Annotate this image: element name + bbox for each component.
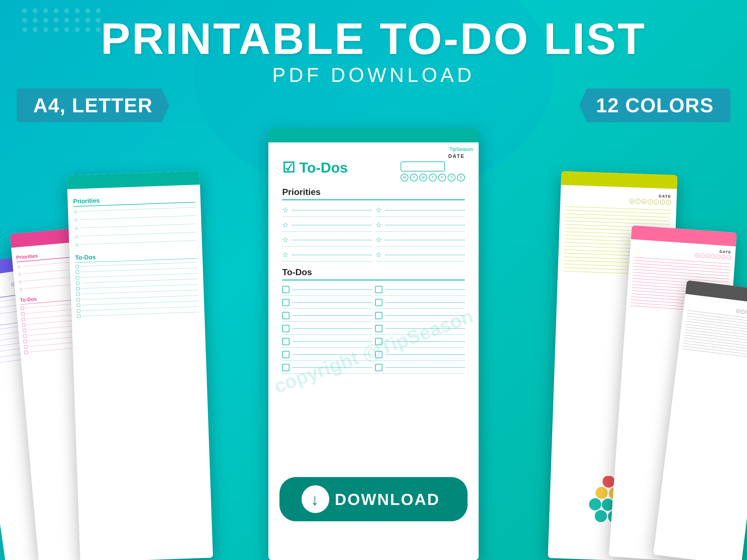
todo-13: [282, 364, 372, 374]
priorities-line: [282, 199, 465, 200]
badge-12-colors: 12 COLORS: [579, 88, 730, 122]
todo-10: [375, 338, 465, 348]
todo-14: [375, 364, 465, 374]
check-icon: ☑: [282, 159, 295, 176]
priorities-title: Priorities: [282, 187, 465, 197]
download-button[interactable]: ↓ DOWNLOAD: [279, 477, 468, 521]
day-M: M: [401, 174, 408, 181]
brand-label: TipSeason: [449, 146, 473, 152]
cb-6: [375, 312, 382, 319]
svg-point-6: [595, 510, 607, 523]
todos-title: To-Dos: [282, 267, 465, 277]
priority-item-8: ☆: [376, 250, 465, 262]
star-5: ☆: [282, 236, 288, 244]
day-W: W: [419, 174, 427, 181]
cb-1: [282, 286, 289, 293]
doc-title-row: ☑ To-Dos DATE M T W T F S S: [282, 151, 465, 181]
todo-2: [375, 286, 465, 296]
documents-area: DATE MTWTFSS Priorities ☆ ☆ ☆ To-Dos Pri…: [0, 105, 747, 560]
cb-10: [375, 338, 382, 345]
day-F: F: [438, 174, 446, 181]
date-input-box[interactable]: [401, 161, 445, 171]
todo-1: [282, 286, 372, 296]
download-label: DOWNLOAD: [335, 490, 440, 509]
cb-4: [375, 299, 382, 306]
day-T: T: [410, 174, 418, 181]
cb-8: [375, 325, 382, 332]
star-1: ☆: [282, 206, 288, 214]
small-priorities-cl: Priorities: [73, 193, 195, 205]
cb-2: [375, 286, 382, 293]
svg-line-8: [609, 475, 609, 476]
date-section: DATE M T W T F S S: [401, 154, 465, 181]
download-arrow-icon: ↓: [311, 490, 320, 509]
todo-7: [282, 325, 372, 335]
day-circles: M T W T F S S: [401, 174, 465, 181]
doc-ffr-lines: [682, 310, 747, 359]
todo-11: [282, 351, 372, 361]
doc-center-left: Priorities ☆ ☆ ☆ ☆ ☆ To-Dos: [67, 170, 213, 560]
cb-7: [282, 325, 289, 332]
priority-item-2: ☆: [376, 206, 465, 217]
small-todos-cl: To-Dos: [75, 250, 197, 261]
badge-a4-letter: A4, LETTER: [17, 88, 169, 122]
star-8: ☆: [376, 250, 382, 259]
todo-4: [375, 299, 465, 309]
sub-title: PDF DOWNLOAD: [0, 63, 747, 86]
day-S2: S: [457, 174, 465, 181]
priority-item-6: ☆: [376, 236, 465, 247]
todo-12: [375, 351, 465, 361]
todos-line: [282, 279, 465, 281]
strip-teal-main: [268, 129, 479, 142]
priority-item-1: ☆: [282, 206, 371, 217]
cb-14: [375, 364, 382, 371]
star-2: ☆: [376, 206, 382, 214]
star-4: ☆: [376, 221, 382, 229]
cb-5: [282, 312, 289, 319]
star-6: ☆: [376, 236, 382, 244]
cb-9: [282, 338, 289, 345]
doc-main: TipSeason ☑ To-Dos DATE M T W T F S: [268, 129, 479, 560]
svg-point-3: [589, 498, 601, 511]
svg-point-1: [595, 487, 608, 500]
cb-13: [282, 364, 289, 371]
download-circle: ↓: [302, 485, 329, 513]
svg-point-0: [602, 475, 615, 488]
priority-item-5: ☆: [282, 236, 371, 247]
priority-item-7: ☆: [282, 250, 371, 262]
cb-12: [375, 351, 382, 358]
todo-6: [375, 312, 465, 322]
date-label: DATE: [401, 154, 465, 159]
todo-3: [282, 299, 372, 309]
priority-item-4: ☆: [376, 221, 465, 232]
todos-grid: [282, 286, 465, 374]
doc-main-title: ☑ To-Dos: [282, 159, 348, 176]
todo-9: [282, 338, 372, 348]
priority-item-3: ☆: [282, 221, 371, 232]
star-3: ☆: [282, 221, 288, 229]
doc-main-content: TipSeason ☑ To-Dos DATE M T W T F S: [268, 142, 479, 560]
todo-8: [375, 325, 465, 335]
day-T2: T: [429, 174, 437, 181]
header: PRINTABLE TO-DO LIST PDF DOWNLOAD: [0, 0, 747, 86]
main-title: PRINTABLE TO-DO LIST: [0, 17, 747, 61]
cb-3: [282, 299, 289, 306]
todo-5: [282, 312, 372, 322]
priority-grid: ☆ ☆ ☆ ☆ ☆ ☆ ☆ ☆: [282, 206, 465, 262]
star-7: ☆: [282, 250, 288, 259]
cb-11: [282, 351, 289, 358]
day-S: S: [448, 174, 456, 181]
small-item: ☆: [75, 238, 197, 248]
